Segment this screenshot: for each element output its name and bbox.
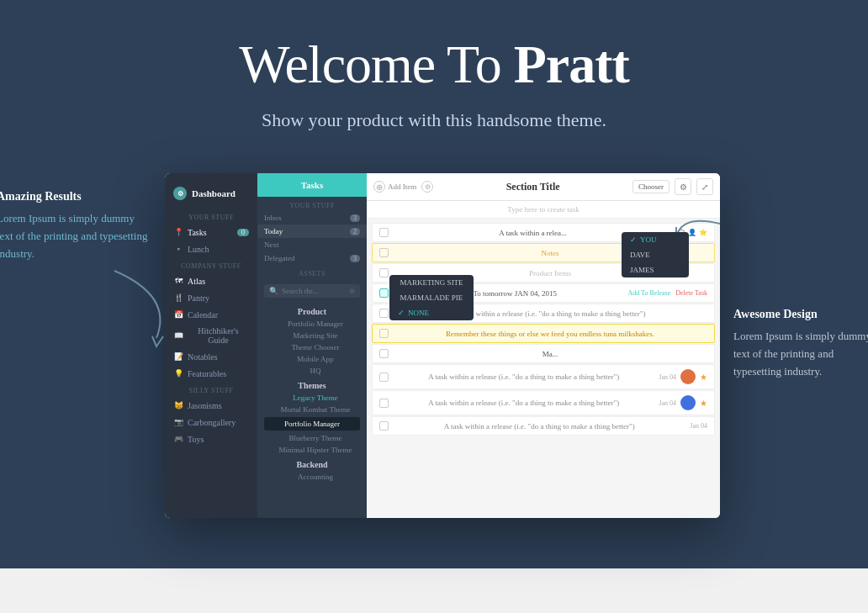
mid-sub-mortal[interactable]: Mortal Kombat Theme xyxy=(257,404,367,415)
project-dropdown[interactable]: MARKETING SITE MARMALADE PIE ✓ NONE xyxy=(389,275,474,320)
sidebar-item-tasks[interactable]: 📍 Tasks 0 xyxy=(165,224,257,240)
mid-item-delegated[interactable]: Delegated 3 xyxy=(257,251,367,265)
sidebar-section-your: YOUR STUFF xyxy=(165,209,257,224)
table-row: A task within a release (i.e. "do a thin… xyxy=(372,364,715,389)
dropdown-james-label: JAMES xyxy=(630,266,654,274)
expand-button[interactable]: ⤢ xyxy=(696,178,713,195)
sidebar-item-lunch[interactable]: ▪ Lunch xyxy=(165,240,257,257)
mid-assets-label: ASSETS xyxy=(257,265,367,279)
mid-sub-hq[interactable]: HQ xyxy=(257,365,367,377)
table-row: A task within a release (i.e. "do a thin… xyxy=(372,416,715,436)
search-placeholder: Search thr... xyxy=(282,287,318,295)
mid-sub-legacy[interactable]: Legacy Theme xyxy=(257,392,367,404)
mid-sub-portfolio[interactable]: Portfolio Manager xyxy=(257,318,367,330)
task-text: A task within a release (i.e. "do a thin… xyxy=(393,373,654,381)
delete-task-btn[interactable]: Delete Task xyxy=(675,289,707,297)
task-checkbox[interactable] xyxy=(379,421,389,431)
left-paragraph: Lorem Ipsum is simply dummy text of the … xyxy=(0,210,151,262)
featurables-icon: 💡 xyxy=(173,368,183,378)
mid-sub-blueberry[interactable]: Blueberry Theme xyxy=(257,432,367,444)
sidebar-item-jasonisms[interactable]: 😸 Jasonisms xyxy=(165,397,257,414)
dropdown-item-you[interactable]: ✓ YOU xyxy=(622,232,689,247)
star-icon[interactable]: ★ xyxy=(700,399,707,408)
sidebar-section-silly: SILLY STUFF xyxy=(165,382,257,397)
hero-title: Welcome To Pratt xyxy=(17,34,851,96)
gear-button[interactable]: ⚙ xyxy=(675,178,691,195)
dropdown-marketing-site[interactable]: MARKETING SITE xyxy=(389,275,474,290)
mid-item-next[interactable]: Next xyxy=(257,238,367,251)
bottom-section xyxy=(0,568,868,613)
notables-icon: 📝 xyxy=(173,351,183,362)
mid-sub-minimal[interactable]: Minimal Hipster Theme xyxy=(257,444,367,456)
chooser-button[interactable]: Chooser xyxy=(632,180,670,193)
task-checkbox[interactable] xyxy=(379,329,389,338)
task-date: Jan 04 xyxy=(690,422,707,430)
dropdown-item-james[interactable]: JAMES xyxy=(622,262,689,277)
dropdown-none[interactable]: ✓ NONE xyxy=(389,305,474,320)
table-row: A task within a relea... 📋 👤 ⭐ ✓ YOU xyxy=(372,223,715,242)
mid-sub-marketing[interactable]: Marketing Site xyxy=(257,330,367,341)
mid-item-today[interactable]: Today 2 xyxy=(257,225,367,238)
lunch-icon: ▪ xyxy=(173,244,183,254)
dropdown-item-dave[interactable]: DAVE xyxy=(622,247,689,262)
mid-category-themes: Themes xyxy=(257,377,367,392)
dashboard-icon: ⚙ xyxy=(173,187,187,200)
inbox-badge: 3 xyxy=(350,214,360,222)
checkmark-icon: ✓ xyxy=(630,235,637,244)
task-date: Jan 04 xyxy=(659,373,676,381)
hero-section: Welcome To Pratt Show your product with … xyxy=(0,0,868,568)
task-checkbox[interactable] xyxy=(379,248,389,257)
mid-panel-title: Tasks xyxy=(301,180,324,190)
today-badge: 2 xyxy=(350,228,360,235)
sidebar-item-carbon[interactable]: 📷 Carbongallery xyxy=(165,414,257,431)
table-row: A task within a release (i.e. "do a thin… xyxy=(372,390,715,415)
circle-icon: ⊕ xyxy=(373,181,385,193)
user-dropdown[interactable]: ✓ YOU DAVE JAMES xyxy=(622,232,689,277)
add-item-label: Add Item xyxy=(388,182,416,191)
sidebar-atlas-label: Atlas xyxy=(188,277,205,286)
table-row: Ma... MARKETING SITE MARMALADE PIE ✓ NON… xyxy=(372,344,715,363)
task-text: A task within a release (i.e. "do a thin… xyxy=(393,399,654,407)
task-checkbox[interactable] xyxy=(379,309,389,318)
sidebar-notables-label: Notables xyxy=(188,352,218,362)
sidebar-title: Dashboard xyxy=(192,188,236,198)
right-paragraph: Lorem Ipsum is simply dummy text of the … xyxy=(733,328,868,380)
demo-area: Amazing Results Lorem Ipsum is simply du… xyxy=(17,173,851,518)
task-input[interactable]: Type here to create task xyxy=(367,201,720,219)
star-icon[interactable]: ★ xyxy=(700,373,707,382)
add-item-button[interactable]: ⊕ Add Item xyxy=(373,181,416,193)
arrow-left-icon xyxy=(106,262,182,346)
mid-panel: Tasks YOUR STUFF Inbox 3 Today 2 Next De… xyxy=(257,173,367,518)
avatar xyxy=(680,369,696,384)
mid-sub-accounting[interactable]: Accounting xyxy=(257,471,367,483)
sidebar-lunch-label: Lunch xyxy=(188,245,209,254)
task-checkbox[interactable] xyxy=(379,228,389,237)
add-to-release-btn[interactable]: Add To Release xyxy=(627,289,670,297)
mid-item-inbox[interactable]: Inbox 3 xyxy=(257,211,367,225)
none-check-icon: ✓ xyxy=(398,309,405,317)
task-text: Ma... xyxy=(393,350,707,358)
sidebar-item-featurables[interactable]: 💡 Featurables xyxy=(165,365,257,382)
task-checkbox[interactable] xyxy=(379,399,389,408)
section-title: Section Title xyxy=(438,181,627,193)
search-settings-icon: ⚙ xyxy=(349,288,355,295)
task-checkbox[interactable] xyxy=(379,349,389,358)
right-heading: Awesome Design xyxy=(733,308,868,321)
task-checkbox[interactable] xyxy=(379,268,389,277)
mid-search-box[interactable]: 🔍 Search thr... ⚙ xyxy=(264,284,360,298)
task-checkbox[interactable] xyxy=(379,373,389,382)
settings-circle-icon[interactable]: ⚙ xyxy=(421,181,433,193)
right-text-block: Awesome Design Lorem Ipsum is simply dum… xyxy=(720,173,868,380)
mid-sub-theme-chooser[interactable]: Theme Chooser xyxy=(257,341,367,353)
app-mockup: ⚙ Dashboard YOUR STUFF 📍 Tasks 0 ▪ Lunch… xyxy=(165,173,720,518)
task-list: A task within a relea... 📋 👤 ⭐ ✓ YOU xyxy=(367,219,720,518)
sidebar-item-toys[interactable]: 🎮 Toys xyxy=(165,431,257,447)
mid-category-backend: Backend xyxy=(257,456,367,471)
sidebar-item-notables[interactable]: 📝 Notables xyxy=(165,348,257,365)
sidebar-header: ⚙ Dashboard xyxy=(165,182,257,209)
dropdown-marmalade[interactable]: MARMALADE PIE xyxy=(389,290,474,305)
task-text: A task within a release (i.e. "do a thin… xyxy=(393,422,685,431)
mid-sub-mobile[interactable]: Mobile App xyxy=(257,353,367,365)
task-checkbox[interactable] xyxy=(379,288,389,298)
toys-icon: 🎮 xyxy=(173,434,183,444)
